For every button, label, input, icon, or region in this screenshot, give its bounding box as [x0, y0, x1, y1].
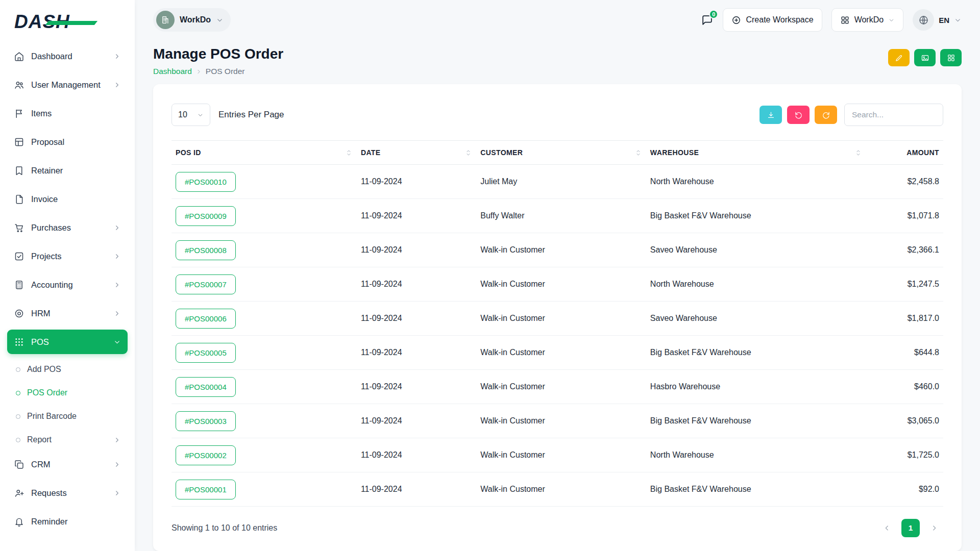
bell-icon: [14, 516, 24, 527]
pos-id-link[interactable]: #POS00002: [176, 445, 236, 465]
column-header-amount[interactable]: AMOUNT: [866, 141, 943, 165]
sidebar-item-pos[interactable]: POS: [7, 330, 128, 354]
download-icon: [767, 111, 775, 119]
pos-id-cell: #POS00007: [172, 267, 357, 302]
customer-name: Walk-in Customer: [476, 404, 646, 438]
sidebar-subitem-label: Report: [27, 435, 52, 444]
order-date: 11-09-2024: [357, 370, 476, 404]
pos-id-cell: #POS00004: [172, 370, 357, 404]
pos-id-cell: #POS00005: [172, 336, 357, 370]
sidebar-item-proposal[interactable]: Proposal: [7, 130, 128, 154]
sidebar-item-label: POS: [31, 337, 49, 347]
topbar-actions: 0 Create Workspace WorkDo EN: [701, 8, 962, 32]
sidebar-item-label: CRM: [31, 460, 51, 469]
chevron-right-icon: [113, 81, 121, 89]
sidebar-item-user-management[interactable]: User Management: [7, 72, 128, 97]
pos-id-cell: #POS00010: [172, 165, 357, 199]
sidebar-item-retainer[interactable]: Retainer: [7, 158, 128, 183]
sidebar-subitem-pos-order[interactable]: POS Order: [7, 382, 128, 404]
column-header-warehouse[interactable]: WAREHOUSE: [646, 141, 866, 165]
pagination-prev-button[interactable]: [878, 519, 896, 537]
chevron-right-icon: [113, 281, 121, 289]
pos-id-cell: #POS00002: [172, 438, 357, 472]
pos-id-link[interactable]: #POS00001: [176, 480, 236, 499]
messages-button[interactable]: 0: [701, 14, 714, 27]
pagination-next-button[interactable]: [925, 519, 943, 537]
pos-id-link[interactable]: #POS00010: [176, 172, 236, 192]
file-icon: [14, 194, 24, 205]
sidebar-subitem-add-pos[interactable]: Add POS: [7, 358, 128, 381]
customer-name: Walk-in Customer: [476, 233, 646, 267]
create-workspace-label: Create Workspace: [746, 15, 813, 24]
sidebar-item-projects[interactable]: Projects: [7, 244, 128, 268]
user-menu-button[interactable]: WorkDo: [831, 8, 904, 32]
pos-id-link[interactable]: #POS00004: [176, 377, 236, 397]
column-header-pos-id[interactable]: POS ID: [172, 141, 357, 165]
workspace-switcher[interactable]: WorkDo: [153, 8, 231, 32]
entries-per-page-select[interactable]: 10: [172, 104, 210, 126]
pos-id-link[interactable]: #POS00008: [176, 240, 236, 260]
sidebar-item-requests[interactable]: Requests: [7, 481, 128, 505]
copy-icon: [14, 459, 24, 470]
chevron-down-icon: [113, 338, 121, 346]
language-switcher[interactable]: EN: [913, 9, 962, 31]
sidebar-item-hrm[interactable]: HRM: [7, 301, 128, 325]
column-header-date[interactable]: DATE: [357, 141, 476, 165]
sidebar-item-dashboard[interactable]: Dashboard: [7, 44, 128, 68]
quick-gallery-button[interactable]: [914, 49, 936, 66]
warehouse-name: Big Basket F&V Warehouse: [646, 472, 866, 507]
sidebar-item-invoice[interactable]: Invoice: [7, 187, 128, 211]
chevron-right-icon: [113, 436, 121, 444]
showing-entries-text: Showing 1 to 10 of 10 entries: [172, 523, 277, 533]
chevron-right-icon: [113, 489, 121, 497]
image-icon: [921, 54, 929, 62]
entries-per-page-label: Entries Per Page: [218, 110, 284, 120]
warehouse-name: Big Basket F&V Warehouse: [646, 199, 866, 233]
pagination: 1: [878, 519, 943, 537]
sidebar-item-reminder[interactable]: Reminder: [7, 509, 128, 534]
table-row: #POS00004 11-09-2024 Walk-in Customer Ha…: [172, 370, 943, 404]
order-amount: $1,071.8: [866, 199, 943, 233]
search-input[interactable]: [844, 104, 943, 126]
reset-button[interactable]: [787, 106, 810, 124]
pagination-page-1[interactable]: 1: [901, 519, 920, 537]
pos-id-link[interactable]: #POS00003: [176, 411, 236, 431]
sidebar-item-crm[interactable]: CRM: [7, 452, 128, 477]
chevron-right-icon: [113, 53, 121, 60]
sidebar-item-purchases[interactable]: Purchases: [7, 215, 128, 240]
order-date: 11-09-2024: [357, 199, 476, 233]
sidebar-subitem-print-barcode[interactable]: Print Barcode: [7, 405, 128, 428]
column-header-customer[interactable]: CUSTOMER: [476, 141, 646, 165]
sidebar-item-accounting[interactable]: Accounting: [7, 272, 128, 297]
apps-grid-icon: [14, 337, 24, 347]
bullet-icon: [16, 367, 20, 372]
sidebar-item-label: Retainer: [31, 166, 63, 176]
sidebar-item-label: Items: [31, 109, 52, 118]
export-button[interactable]: [760, 106, 782, 124]
breadcrumb: Dashboard POS Order: [153, 67, 283, 76]
pos-id-link[interactable]: #POS00005: [176, 343, 236, 363]
message-count-badge: 0: [709, 10, 718, 19]
table-footer: Showing 1 to 10 of 10 entries 1: [172, 519, 943, 537]
pos-id-link[interactable]: #POS00009: [176, 206, 236, 226]
create-workspace-button[interactable]: Create Workspace: [723, 8, 822, 32]
brand-logo[interactable]: DASH: [7, 0, 128, 44]
chevron-right-icon: [195, 68, 202, 75]
grid-icon: [840, 15, 850, 25]
quick-actions: [888, 49, 962, 66]
customer-name: Buffy Walter: [476, 199, 646, 233]
cart-icon: [14, 222, 24, 233]
pencil-icon: [895, 54, 903, 62]
quick-grid-button[interactable]: [940, 49, 962, 66]
sidebar-item-items[interactable]: Items: [7, 101, 128, 126]
customer-name: Walk-in Customer: [476, 472, 646, 507]
refresh-button[interactable]: [815, 106, 837, 124]
pos-id-link[interactable]: #POS00007: [176, 274, 236, 294]
order-amount: $3,065.0: [866, 404, 943, 438]
breadcrumb-dashboard-link[interactable]: Dashboard: [153, 67, 192, 76]
quick-edit-button[interactable]: [888, 49, 910, 66]
pos-id-link[interactable]: #POS00006: [176, 309, 236, 329]
sidebar-subitem-report[interactable]: Report: [7, 429, 128, 451]
table-row: #POS00003 11-09-2024 Walk-in Customer Bi…: [172, 404, 943, 438]
main-area: WorkDo 0 Create Workspace WorkDo: [135, 0, 980, 551]
